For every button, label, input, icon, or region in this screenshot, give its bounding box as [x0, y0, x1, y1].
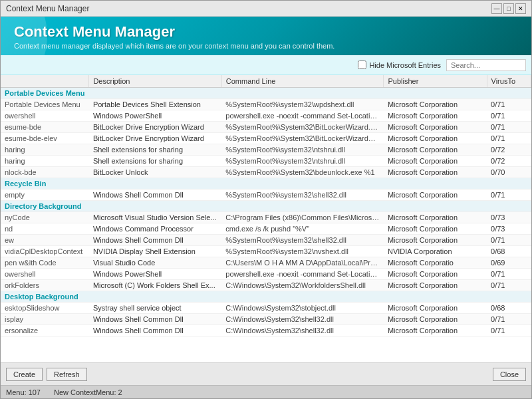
- cell-cmd: %SystemRoot%\system32\ntshrui.dll: [221, 156, 384, 167]
- cell-publisher: Microsoft Corporation: [384, 99, 487, 110]
- cell-cmd: %SystemRoot%\system32\wpdshext.dll: [221, 99, 384, 110]
- cell-name: vidiaCplDesktopContext: [1, 246, 89, 257]
- cell-cmd: C:\Windows\System32\shell32.dll: [221, 314, 384, 325]
- cell-publisher: Microsoft Corporation: [384, 190, 487, 201]
- close-button-footer[interactable]: Close: [493, 368, 526, 381]
- table-row[interactable]: nd Windows Command Processor cmd.exe /s …: [1, 223, 531, 235]
- cell-desc: Windows Shell Common Dll: [89, 325, 221, 336]
- table-row[interactable]: isplay Windows Shell Common Dll C:\Windo…: [1, 314, 531, 325]
- cell-publisher: NVIDIA Corporation: [384, 246, 487, 257]
- refresh-button[interactable]: Refresh: [47, 368, 87, 381]
- group-header-row: Desktop Background: [1, 291, 531, 303]
- cell-name: isplay: [1, 314, 89, 325]
- cell-cmd: %SystemRoot%\System32\BitLockerWizardEle…: [221, 133, 384, 144]
- cell-desc: Portable Devices Shell Extension: [89, 99, 221, 110]
- menu-count-status: Menu: 107: [6, 388, 41, 396]
- header-banner: Context Menu Manager Context menu manage…: [1, 17, 531, 55]
- table-row[interactable]: esume-bde BitLocker Drive Encryption Wiz…: [1, 122, 531, 133]
- cell-virus: 0/71: [487, 122, 531, 133]
- footer-buttons: Create Refresh: [6, 368, 87, 381]
- cell-cmd: %SystemRoot%\System32\bdeunlock.exe %1: [221, 167, 384, 178]
- table-row[interactable]: orkFolders Microsoft (C) Work Folders Sh…: [1, 280, 531, 291]
- col-header-command: Command Line: [221, 75, 384, 88]
- title-bar-controls: — □ ✕: [491, 3, 526, 14]
- cell-virus: 0/72: [487, 156, 531, 167]
- cell-cmd: cmd.exe /s /k pushd "%V": [221, 223, 384, 235]
- table-row[interactable]: esume-bde-elev BitLocker Drive Encryptio…: [1, 133, 531, 144]
- hide-microsoft-checkbox[interactable]: [358, 61, 366, 69]
- cell-virus: 0/71: [487, 235, 531, 246]
- cell-desc: Visual Studio Code: [89, 257, 221, 269]
- table-row[interactable]: vidiaCplDesktopContext NVIDIA Display Sh…: [1, 246, 531, 257]
- cell-virus: 0/72: [487, 144, 531, 156]
- cell-name: empty: [1, 190, 89, 201]
- table-row[interactable]: empty Windows Shell Common Dll %SystemRo…: [1, 190, 531, 201]
- cell-publisher: Microsoft Corporation: [384, 110, 487, 122]
- table-row[interactable]: nyCode Microsoft Visual Studio Version S…: [1, 212, 531, 223]
- group-header-row: Portable Devices Menu: [1, 88, 531, 99]
- header-title: Context Menu Manager: [14, 23, 518, 41]
- cell-desc: Windows PowerShell: [89, 110, 221, 122]
- cell-name: esktopSlideshow: [1, 303, 89, 314]
- cell-publisher: Microsoft Corporation: [384, 280, 487, 291]
- cell-name: owershell: [1, 269, 89, 280]
- cell-cmd: %SystemRoot%\system32\ntshrui.dll: [221, 144, 384, 156]
- cell-virus: 0/69: [487, 257, 531, 269]
- cell-desc: Shell extensions for sharing: [89, 144, 221, 156]
- hide-microsoft-label[interactable]: Hide Microsoft Entries: [358, 61, 441, 69]
- cell-publisher: Microsoft Corporation: [384, 133, 487, 144]
- cell-publisher: Microsoft Corporatio: [384, 257, 487, 269]
- header-subtitle: Context menu manager displayed which ite…: [14, 42, 518, 50]
- cell-virus: 0/71: [487, 110, 531, 122]
- close-button[interactable]: ✕: [515, 3, 526, 14]
- table-row[interactable]: owershell Windows PowerShell powershell.…: [1, 110, 531, 122]
- cell-cmd: C:\Users\M O H A MM A D\AppData\Local\Pr…: [221, 257, 384, 269]
- cell-publisher: Microsoft Corporation: [384, 235, 487, 246]
- search-input[interactable]: [446, 59, 526, 71]
- cell-desc: Windows Shell Common Dll: [89, 235, 221, 246]
- cell-name: owershell: [1, 110, 89, 122]
- group-header-cell: Directory Background: [1, 201, 531, 212]
- cell-desc: Windows Shell Common Dll: [89, 314, 221, 325]
- cell-desc: Microsoft (C) Work Folders Shell Ex...: [89, 280, 221, 291]
- table-row[interactable]: owershell Windows PowerShell powershell.…: [1, 269, 531, 280]
- cell-name: esume-bde: [1, 122, 89, 133]
- group-header-cell: Desktop Background: [1, 291, 531, 303]
- cell-desc: BitLocker Unlock: [89, 167, 221, 178]
- table-row[interactable]: esktopSlideshow Systray shell service ob…: [1, 303, 531, 314]
- status-bar: Menu: 107 New ContextMenu: 2: [1, 385, 531, 398]
- cell-name: orkFolders: [1, 280, 89, 291]
- col-header-description: Description: [89, 75, 221, 88]
- table-row[interactable]: nlock-bde BitLocker Unlock %SystemRoot%\…: [1, 167, 531, 178]
- cell-cmd: %SystemRoot%\system32\shell32.dll: [221, 190, 384, 201]
- table-container[interactable]: Description Command Line Publisher Virus…: [1, 75, 531, 362]
- create-button[interactable]: Create: [6, 368, 43, 381]
- toolbar: Hide Microsoft Entries: [1, 55, 531, 75]
- table-row[interactable]: haring Shell extensions for sharing %Sys…: [1, 156, 531, 167]
- cell-publisher: Microsoft Corporation: [384, 212, 487, 223]
- table-row[interactable]: Portable Devices Menu Portable Devices S…: [1, 99, 531, 110]
- cell-publisher: Microsoft Corporation: [384, 223, 487, 235]
- title-bar-text: Context Menu Manager: [6, 4, 89, 13]
- cell-name: nd: [1, 223, 89, 235]
- cell-cmd: C:\Program Files (x86)\Common Files\Micr…: [221, 212, 384, 223]
- table-row[interactable]: haring Shell extensions for sharing %Sys…: [1, 144, 531, 156]
- cell-virus: 0/70: [487, 167, 531, 178]
- table-row[interactable]: ew Windows Shell Common Dll %SystemRoot%…: [1, 235, 531, 246]
- table-row[interactable]: pen w&ith Code Visual Studio Code C:\Use…: [1, 257, 531, 269]
- cell-publisher: Microsoft Corporation: [384, 156, 487, 167]
- col-header-name: [1, 75, 89, 88]
- cell-desc: Windows Shell Common Dll: [89, 190, 221, 201]
- cell-virus: 0/71: [487, 314, 531, 325]
- cell-publisher: Microsoft Corporation: [384, 314, 487, 325]
- maximize-button[interactable]: □: [503, 3, 514, 14]
- cell-name: ew: [1, 235, 89, 246]
- minimize-button[interactable]: —: [491, 3, 502, 14]
- cell-virus: 0/73: [487, 223, 531, 235]
- cell-publisher: Microsoft Corporation: [384, 303, 487, 314]
- cell-cmd: %SystemRoot%\system32\shell32.dll: [221, 235, 384, 246]
- cell-desc: BitLocker Drive Encryption Wizard: [89, 133, 221, 144]
- table-row[interactable]: ersonalize Windows Shell Common Dll C:\W…: [1, 325, 531, 336]
- cell-virus: 0/71: [487, 190, 531, 201]
- title-bar: Context Menu Manager — □ ✕: [1, 1, 531, 17]
